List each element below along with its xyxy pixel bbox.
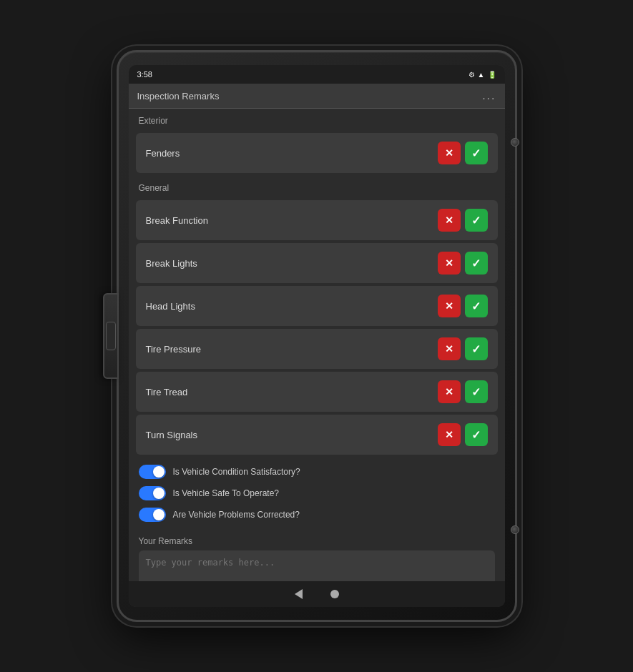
reject-button-tire-tread[interactable]	[438, 380, 461, 403]
nav-bar	[129, 581, 505, 607]
accept-button-head-lights[interactable]	[465, 295, 488, 317]
item-label-turn-signals: Turn Signals	[146, 430, 198, 440]
reject-button-break-lights[interactable]	[438, 252, 461, 275]
remarks-section: Your Remarks	[129, 532, 505, 581]
accept-button-tire-tread[interactable]	[465, 380, 488, 403]
remarks-title: Your Remarks	[139, 536, 495, 546]
tablet-shell: 3:58 ⚙ ▲ 🔋 Inspection Remarks ... Exteri…	[117, 50, 517, 622]
item-label-break-function: Break Function	[146, 215, 208, 226]
menu-dots-button[interactable]: ...	[482, 89, 496, 102]
reject-button-break-function[interactable]	[438, 209, 461, 232]
item-label-break-lights: Break Lights	[146, 258, 197, 269]
status-time: 3:58	[137, 70, 152, 79]
list-item: Tire Pressure	[136, 329, 498, 369]
screw-bottom	[511, 525, 519, 534]
list-item: Tire Tread	[136, 372, 498, 412]
btn-group-turn-signals	[438, 423, 488, 446]
toggle-vehicle-condition[interactable]	[139, 465, 166, 479]
toggle-row-corrected: Are Vehicle Problems Corrected?	[139, 508, 495, 522]
btn-group-fenders	[438, 142, 488, 164]
toggle-label-safe: Is Vehicle Safe To Operate?	[173, 488, 280, 498]
app-header: Inspection Remarks ...	[129, 84, 505, 109]
section-header-general: General	[129, 176, 505, 197]
remarks-input[interactable]	[139, 550, 495, 581]
accept-button-break-function[interactable]	[465, 209, 488, 232]
screw-top	[511, 138, 519, 147]
reject-button-turn-signals[interactable]	[438, 423, 461, 446]
status-icons: ⚙ ▲ 🔋	[468, 71, 496, 79]
list-item: Break Function	[136, 200, 498, 240]
btn-group-break-lights	[438, 252, 488, 275]
list-item: Turn Signals	[136, 415, 498, 455]
home-icon	[330, 590, 339, 598]
side-button	[106, 322, 116, 350]
item-label-head-lights: Head Lights	[146, 301, 195, 312]
accept-button-tire-pressure[interactable]	[465, 337, 488, 360]
btn-group-break-function	[438, 209, 488, 232]
section-header-exterior: Exterior	[129, 109, 505, 130]
back-icon	[295, 589, 303, 599]
toggle-problems-corrected[interactable]	[139, 508, 166, 522]
settings-icon: ⚙	[468, 71, 475, 79]
btn-group-tire-pressure	[438, 337, 488, 360]
reject-button-tire-pressure[interactable]	[438, 337, 461, 360]
side-handle	[103, 293, 119, 379]
toggle-label-condition: Is Vehicle Condition Satisfactory?	[173, 467, 300, 477]
app-header-title: Inspection Remarks	[137, 91, 220, 102]
battery-icon: 🔋	[488, 71, 496, 79]
item-label-fenders: Fenders	[146, 148, 180, 159]
reject-button-fenders[interactable]	[438, 142, 461, 164]
toggle-vehicle-safe[interactable]	[139, 486, 166, 500]
reject-button-head-lights[interactable]	[438, 295, 461, 317]
btn-group-tire-tread	[438, 380, 488, 403]
screen: 3:58 ⚙ ▲ 🔋 Inspection Remarks ... Exteri…	[129, 65, 505, 607]
home-button[interactable]	[328, 587, 342, 601]
btn-group-head-lights	[438, 295, 488, 317]
list-item: Fenders	[136, 133, 498, 173]
accept-button-fenders[interactable]	[465, 142, 488, 164]
accept-button-turn-signals[interactable]	[465, 423, 488, 446]
toggle-section: Is Vehicle Condition Satisfactory? Is Ve…	[129, 458, 505, 532]
list-item: Break Lights	[136, 243, 498, 283]
toggle-row-condition: Is Vehicle Condition Satisfactory?	[139, 465, 495, 479]
wifi-icon: ▲	[478, 71, 485, 79]
toggle-label-corrected: Are Vehicle Problems Corrected?	[173, 510, 300, 520]
item-label-tire-pressure: Tire Pressure	[146, 344, 202, 355]
item-label-tire-tread: Tire Tread	[146, 387, 188, 397]
accept-button-break-lights[interactable]	[465, 252, 488, 275]
list-item: Head Lights	[136, 286, 498, 326]
content-area[interactable]: Exterior Fenders General Break Function …	[129, 109, 505, 581]
back-button[interactable]	[292, 587, 306, 601]
toggle-row-safe: Is Vehicle Safe To Operate?	[139, 486, 495, 500]
status-bar: 3:58 ⚙ ▲ 🔋	[129, 65, 505, 84]
